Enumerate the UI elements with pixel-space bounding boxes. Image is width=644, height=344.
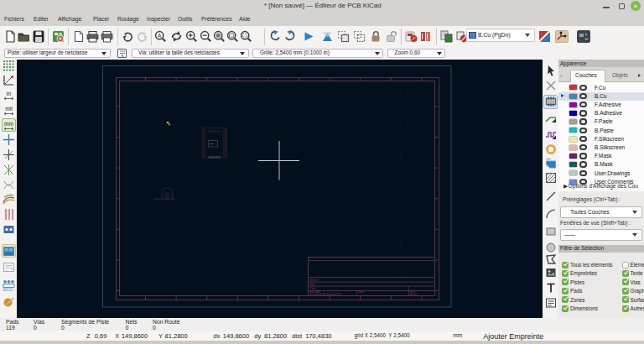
svg-text:File:: File: bbox=[310, 283, 316, 286]
svg-text:···: ··· bbox=[213, 125, 216, 128]
svg-text:A: A bbox=[158, 33, 162, 39]
svg-text:8·8·8·8: 8·8·8·8 bbox=[209, 129, 221, 133]
svg-text:KiCad E.D.A. kicad (6.0.11): KiCad E.D.A. kicad (6.0.11) bbox=[310, 293, 342, 296]
svg-text:Id: 1/1: Id: 1/1 bbox=[410, 293, 418, 296]
svg-text:···: ··· bbox=[165, 183, 169, 186]
svg-text:in: in bbox=[6, 91, 11, 96]
svg-text:mil: mil bbox=[5, 106, 13, 112]
svg-text:Sheet:: Sheet: bbox=[310, 279, 319, 282]
svg-text:mm: mm bbox=[4, 121, 13, 127]
svg-text:ECO: ECO bbox=[3, 286, 13, 291]
svg-text:Date:: Date: bbox=[358, 290, 365, 294]
